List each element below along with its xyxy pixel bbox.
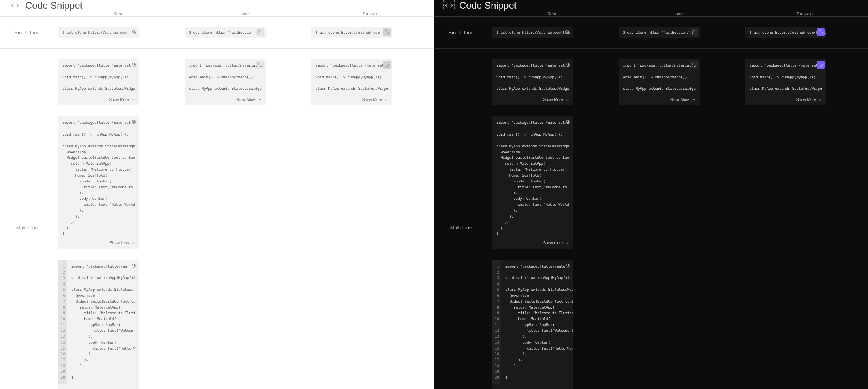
code-icon [9, 0, 21, 11]
copy-icon[interactable] [130, 28, 138, 36]
code-text: $ git clone https://github.com/flutte [749, 30, 826, 34]
light-theme-panel: Code Snippet Rest Hover Pressed Single L… [0, 0, 434, 389]
code-text: import 'package:flutter/ma void main() =… [67, 260, 139, 384]
code-text: $ git clone https://github.com/fl [623, 30, 694, 34]
snippet-multi-rest: import 'package:flutter/material void ma… [58, 59, 139, 106]
snippet-multi-expanded: import 'package:flutter/material.dart'; … [492, 116, 573, 249]
copy-icon[interactable] [383, 61, 391, 69]
copy-icon[interactable] [256, 28, 264, 36]
snippet-multi-rest: import 'package:flutter/material.dart'; … [492, 59, 573, 106]
row-label-single: Single Line [0, 17, 54, 48]
state-rest-label: Rest [54, 11, 181, 16]
snippet-multi-pressed: import 'package:flutter/material.dart'; … [745, 59, 826, 106]
single-line-section: Single Line $ git clone https://github.c… [0, 17, 434, 49]
show-more-button[interactable]: Show More [496, 97, 569, 103]
code-text: import 'package:flutter/material.dart'; … [496, 120, 569, 237]
code-icon [443, 0, 455, 11]
copy-icon[interactable] [817, 28, 825, 36]
state-pressed-label: Pressed [741, 11, 868, 16]
copy-icon[interactable] [256, 61, 264, 69]
snippet-multi-hover: import 'package:flutter/material.dart'; … [619, 59, 700, 106]
chevron-down-icon [818, 98, 822, 102]
code-text: import 'package:flutter/material void ma… [315, 63, 388, 93]
chevron-down-icon [131, 98, 135, 102]
snippet-single-hover: $ git clone https://github.com [185, 27, 266, 38]
multi-line-section: Multi Line import 'package:flutter/mater… [0, 49, 434, 389]
code-text: $ git clone https://github.com [62, 30, 127, 34]
state-rest-label: Rest [488, 11, 615, 16]
code-text: $ git clone https://github.com [189, 30, 253, 34]
show-more-button[interactable]: Show More [189, 97, 262, 103]
code-text: import 'package:flutter/material void ma… [189, 63, 262, 93]
show-less-button[interactable]: Show less [492, 387, 573, 389]
line-numbers: 1 2 3 4 5 6 7 8 9 10 11 12 13 14 15 16 1… [58, 260, 67, 384]
copy-icon[interactable] [817, 61, 825, 69]
state-pressed-label: Pressed [307, 11, 434, 16]
row-label-single: Single Line [434, 17, 488, 48]
show-less-button[interactable]: Show Less [62, 240, 135, 247]
show-more-button[interactable]: Show More [62, 97, 135, 103]
single-line-section: Single Line $ git clone https://github.c… [434, 17, 868, 49]
page-title: Code Snippet [25, 0, 82, 11]
copy-icon[interactable] [564, 118, 572, 126]
snippet-single-pressed: $ git clone https://github.com [311, 27, 392, 38]
show-more-button[interactable]: Show More [623, 97, 696, 103]
row-label-multi: Multi Line [0, 49, 54, 389]
state-hover-label: Hover [615, 11, 742, 16]
snippet-multi-lined: 1 2 3 4 5 6 7 8 9 10 11 12 13 14 15 16 1… [492, 260, 573, 389]
show-more-button[interactable]: Show more [496, 240, 569, 247]
copy-icon[interactable] [690, 28, 698, 36]
show-less-button[interactable]: Show Less [58, 387, 139, 389]
snippet-multi-expanded: import 'package:flutter/material void ma… [58, 116, 139, 249]
snippet-single-rest: $ git clone https://github.com/flu [492, 27, 573, 38]
code-text: import 'package:flutter/material void ma… [62, 120, 135, 237]
copy-icon[interactable] [130, 262, 138, 270]
state-hover-label: Hover [181, 11, 308, 16]
copy-icon[interactable] [564, 262, 572, 270]
snippet-multi-lined: 1 2 3 4 5 6 7 8 9 10 11 12 13 14 15 16 1… [58, 260, 139, 389]
row-label-multi: Multi Line [434, 49, 488, 389]
multi-line-section: Multi Line import 'package:flutter/mater… [434, 49, 868, 389]
dark-theme-panel: Code Snippet Rest Hover Pressed Single L… [434, 0, 868, 389]
header: Code Snippet [434, 0, 868, 11]
show-more-button[interactable]: Show More [315, 97, 388, 103]
chevron-down-icon [565, 241, 569, 245]
chevron-down-icon [565, 98, 569, 102]
state-header-row: Rest Hover Pressed [0, 11, 434, 17]
code-text: $ git clone https://github.com [315, 30, 380, 34]
snippet-multi-hover: import 'package:flutter/material void ma… [185, 59, 266, 106]
page-title: Code Snippet [459, 0, 516, 11]
code-text: import 'package:flutter/material void ma… [62, 63, 135, 93]
chevron-down-icon [384, 98, 388, 102]
chevron-down-icon [692, 98, 696, 102]
header: Code Snippet [0, 0, 434, 11]
snippet-multi-pressed: import 'package:flutter/material void ma… [311, 59, 392, 106]
copy-icon[interactable] [383, 28, 391, 36]
copy-icon[interactable] [690, 61, 698, 69]
chevron-down-icon [258, 98, 262, 102]
code-text: import 'package:flutter/mate void main()… [501, 260, 573, 384]
copy-icon[interactable] [564, 28, 572, 36]
snippet-single-hover: $ git clone https://github.com/fl [619, 27, 700, 38]
code-text: import 'package:flutter/material.dart'; … [496, 63, 569, 93]
snippet-single-rest: $ git clone https://github.com [58, 27, 139, 38]
copy-icon[interactable] [564, 61, 572, 69]
chevron-up-icon [131, 241, 135, 245]
show-more-button[interactable]: Show More [749, 97, 822, 103]
copy-icon[interactable] [130, 118, 138, 126]
copy-icon[interactable] [130, 61, 138, 69]
snippet-single-pressed: $ git clone https://github.com/flutte [745, 27, 826, 38]
code-text: $ git clone https://github.com/flu [496, 30, 569, 34]
code-text: import 'package:flutter/material.dart'; … [623, 63, 696, 93]
state-header-row: Rest Hover Pressed [434, 11, 868, 17]
line-numbers: 1 2 3 4 5 6 7 8 9 10 11 12 13 14 15 16 1… [492, 260, 501, 384]
code-text: import 'package:flutter/material.dart'; … [749, 63, 822, 93]
